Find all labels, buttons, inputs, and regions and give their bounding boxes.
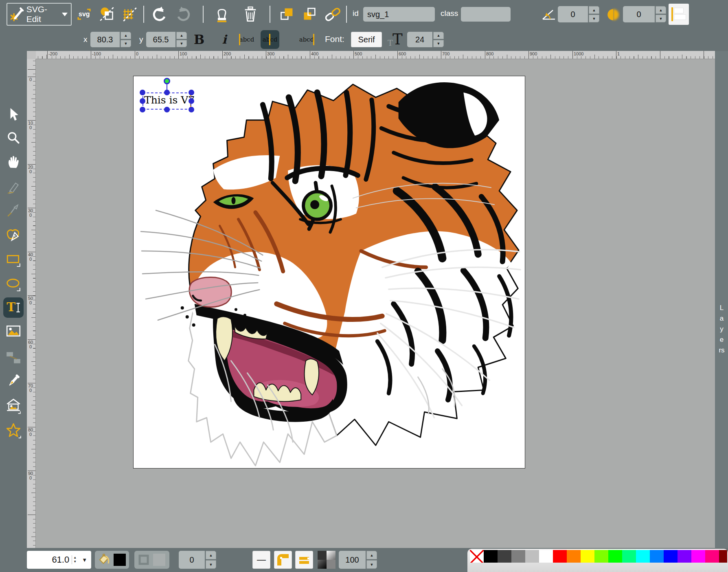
zoom-spinner[interactable]: ▲▼ bbox=[72, 555, 78, 564]
x-down-button[interactable]: ▼ bbox=[121, 40, 131, 47]
selection-handle-n[interactable] bbox=[164, 90, 170, 95]
image-library-button[interactable] bbox=[98, 5, 116, 24]
linejoin-button[interactable] bbox=[274, 551, 292, 569]
palette-swatch[interactable] bbox=[567, 550, 581, 563]
selection-handle-nw[interactable] bbox=[140, 90, 145, 95]
connector-icon bbox=[6, 350, 21, 365]
toolbar-separator bbox=[143, 6, 144, 23]
x-up-button[interactable]: ▲ bbox=[121, 32, 131, 39]
editor-preferences-button[interactable] bbox=[121, 5, 139, 24]
redo-button[interactable] bbox=[174, 5, 194, 24]
palette-swatch[interactable] bbox=[650, 550, 664, 563]
font-family-button[interactable]: Serif bbox=[351, 32, 382, 47]
palette-swatch[interactable] bbox=[622, 550, 636, 563]
angle-down-button[interactable]: ▼ bbox=[589, 15, 599, 22]
x-input[interactable]: 80.3 bbox=[90, 32, 120, 47]
workspace[interactable]: This is V7 bbox=[36, 59, 715, 548]
opacity-input[interactable]: 100 bbox=[339, 551, 366, 569]
palette-swatch[interactable] bbox=[539, 550, 553, 563]
align-button[interactable] bbox=[669, 4, 689, 25]
palette-swatch[interactable] bbox=[511, 550, 525, 563]
move-to-front-button[interactable] bbox=[278, 5, 296, 24]
palette-swatch[interactable] bbox=[636, 550, 650, 563]
stroke-style-button[interactable]: — bbox=[252, 551, 270, 569]
tool-eyedropper[interactable] bbox=[3, 371, 24, 391]
opacity-down-button[interactable]: ▼ bbox=[366, 560, 377, 569]
tool-zoom[interactable] bbox=[3, 128, 24, 148]
palette-swatch[interactable] bbox=[581, 550, 594, 563]
selection-handle-ne[interactable] bbox=[189, 90, 194, 95]
y-input[interactable]: 65.5 bbox=[146, 32, 175, 47]
tool-ellipse[interactable] bbox=[3, 274, 24, 295]
delete-button[interactable] bbox=[240, 4, 261, 24]
opacity-up-button[interactable]: ▲ bbox=[366, 551, 377, 559]
undo-button[interactable] bbox=[149, 5, 169, 24]
ruler-tick-label: 0 bbox=[28, 77, 33, 82]
zoom-input[interactable]: 61.0 bbox=[27, 554, 72, 565]
tool-text[interactable]: T bbox=[3, 297, 24, 318]
palette-swatch[interactable] bbox=[691, 550, 705, 563]
bold-button[interactable]: B bbox=[190, 30, 208, 49]
blur-down-button[interactable]: ▼ bbox=[656, 15, 666, 22]
clone-button[interactable] bbox=[212, 4, 232, 24]
element-id-input[interactable]: svg_1 bbox=[363, 7, 435, 22]
text-anchor-middle-button[interactable]: abcd bbox=[261, 30, 279, 49]
palette-swatch[interactable] bbox=[553, 550, 567, 563]
main-menu-button[interactable]: SVG-Edit bbox=[7, 3, 72, 26]
tool-shape-library[interactable] bbox=[3, 396, 24, 416]
zoom-dropdown-button[interactable]: ▼ bbox=[78, 557, 91, 563]
tool-connector[interactable] bbox=[3, 348, 24, 368]
palette-swatch[interactable] bbox=[484, 550, 498, 563]
tool-select[interactable] bbox=[3, 104, 24, 124]
tool-image[interactable] bbox=[3, 321, 24, 341]
tool-pan[interactable] bbox=[3, 152, 24, 172]
angle-up-button[interactable]: ▲ bbox=[589, 6, 599, 14]
palette-swatch[interactable] bbox=[608, 550, 622, 563]
palette-swatch[interactable] bbox=[678, 550, 691, 563]
opacity-gradient-icon[interactable] bbox=[318, 551, 335, 569]
source-editor-button[interactable]: svg bbox=[75, 6, 92, 23]
y-down-button[interactable]: ▼ bbox=[176, 40, 187, 47]
palette-swatch-none[interactable] bbox=[470, 550, 484, 563]
blur-input[interactable]: 0 bbox=[623, 6, 655, 22]
font-size-up-button[interactable]: ▲ bbox=[433, 32, 444, 39]
font-size-down-button[interactable]: ▼ bbox=[433, 40, 444, 47]
tool-pencil[interactable] bbox=[3, 177, 24, 198]
selection-handle-e[interactable] bbox=[189, 98, 194, 104]
fill-color-widget[interactable] bbox=[95, 551, 129, 569]
selection-handle-se[interactable] bbox=[189, 107, 194, 112]
move-to-back-button[interactable] bbox=[300, 5, 319, 24]
palette-swatch[interactable] bbox=[525, 550, 539, 563]
angle-input[interactable]: 0 bbox=[558, 6, 588, 22]
tool-path[interactable] bbox=[3, 225, 24, 245]
palette-swatch[interactable] bbox=[664, 550, 678, 563]
make-link-button[interactable] bbox=[322, 5, 343, 24]
text-context-toolbar: x 80.3 ▲ ▼ y 65.5 ▲ ▼ B i abcd bbox=[0, 29, 728, 51]
selection-handle-w[interactable] bbox=[140, 98, 145, 104]
rotate-handle[interactable] bbox=[164, 78, 170, 84]
tool-line[interactable] bbox=[3, 200, 24, 221]
stroke-width-down-button[interactable]: ▼ bbox=[206, 560, 216, 569]
palette-swatch[interactable] bbox=[594, 550, 608, 563]
palette-swatch[interactable] bbox=[498, 550, 511, 563]
ruler-tick-label: 1000 bbox=[574, 51, 583, 56]
selection-handle-s[interactable] bbox=[164, 107, 170, 112]
tool-rectangle[interactable] bbox=[3, 250, 24, 270]
element-class-input[interactable] bbox=[461, 7, 511, 22]
palette-swatch[interactable] bbox=[719, 550, 727, 563]
y-up-button[interactable]: ▲ bbox=[176, 32, 187, 39]
italic-button[interactable]: i bbox=[215, 30, 234, 49]
text-anchor-start-button[interactable]: abcd bbox=[237, 30, 256, 49]
palette-swatch[interactable] bbox=[705, 550, 719, 563]
linecap-button[interactable] bbox=[295, 551, 313, 569]
layers-panel-toggle[interactable]: Layers bbox=[719, 303, 725, 356]
stroke-color-widget[interactable] bbox=[134, 551, 169, 569]
stroke-width-up-button[interactable]: ▲ bbox=[206, 551, 216, 559]
canvas[interactable]: This is V7 bbox=[133, 76, 525, 469]
font-size-input[interactable]: 24 bbox=[407, 32, 432, 47]
blur-up-button[interactable]: ▲ bbox=[656, 6, 666, 14]
tool-star[interactable] bbox=[3, 420, 24, 441]
stroke-width-input[interactable]: 0 bbox=[179, 551, 205, 569]
text-anchor-end-button[interactable]: abcd bbox=[297, 30, 316, 49]
selection-handle-sw[interactable] bbox=[140, 107, 145, 112]
